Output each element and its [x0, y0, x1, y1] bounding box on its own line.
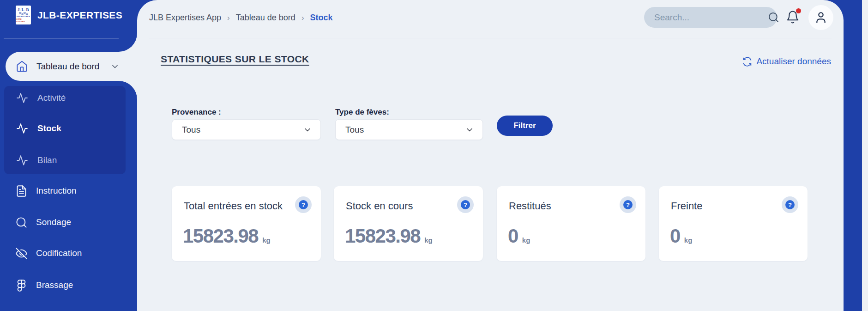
chevron-down-icon — [303, 125, 312, 134]
help-icon[interactable]: ? — [295, 196, 312, 213]
brand-logo-text: J·L·B — [18, 7, 29, 12]
stat-unit: kg — [262, 236, 271, 244]
breadcrumb: JLB Expertises App › Tableau de bord › S… — [149, 13, 333, 23]
home-icon — [16, 60, 28, 73]
user-menu-button[interactable] — [808, 5, 833, 30]
sidebar-submenu: Activité Stock Bilan — [4, 86, 126, 174]
refresh-data-label: Actualiser données — [756, 56, 831, 67]
provenance-label: Provenance : — [172, 108, 221, 117]
app-root: J·L·B EXPERTISES CÔTE D'IVOIRE JLB-EXPER… — [0, 0, 868, 311]
sidebar-item-label: Instruction — [36, 186, 77, 196]
brand-logo: J·L·B EXPERTISES CÔTE D'IVOIRE — [16, 6, 31, 24]
bean-type-label: Type de fèves: — [335, 108, 389, 117]
sidebar-item-label: Activité — [37, 93, 66, 103]
breadcrumb-section[interactable]: Tableau de bord — [236, 13, 295, 23]
help-icon[interactable]: ? — [620, 196, 636, 213]
stat-card-restitues: Restitués ? 0 kg — [497, 186, 645, 261]
sidebar: J·L·B EXPERTISES CÔTE D'IVOIRE JLB-EXPER… — [0, 0, 137, 311]
brand-logo-subtext: EXPERTISES — [17, 15, 30, 18]
app-shell: J·L·B EXPERTISES CÔTE D'IVOIRE JLB-EXPER… — [0, 0, 862, 311]
sidebar-item-activite[interactable]: Activité — [4, 91, 126, 104]
provenance-value: Tous — [182, 125, 200, 135]
page-title: STATISTIQUES SUR LE STOCK — [161, 54, 309, 65]
activity-icon — [16, 122, 28, 134]
breadcrumb-current: Stock — [310, 13, 333, 23]
sidebar-item-label: Codification — [36, 248, 82, 258]
active-curve-top — [119, 33, 137, 52]
stat-card-stock-en-cours: Stock en cours ? 15823.98 kg — [334, 186, 483, 261]
stat-value: 15823.98 — [345, 225, 420, 247]
stat-value: 15823.98 — [183, 225, 258, 247]
chevron-down-icon — [465, 125, 474, 134]
activity-icon — [16, 92, 28, 104]
sidebar-item-tableau-de-bord[interactable]: Tableau de bord — [6, 52, 137, 81]
breadcrumb-separator: › — [301, 13, 304, 23]
chevron-down-icon — [110, 62, 120, 71]
sidebar-item-stock[interactable]: Stock — [4, 122, 126, 135]
sidebar-divider — [4, 38, 133, 39]
search-icon[interactable] — [767, 11, 780, 24]
stat-unit: kg — [684, 236, 693, 244]
stat-card-total-entrees: Total entrées en stock ? 15823.98 kg — [172, 186, 321, 261]
stat-value: 0 — [508, 225, 518, 247]
sidebar-item-codification[interactable]: Codification — [0, 246, 137, 260]
stat-value-row: 0 kg — [670, 225, 692, 247]
notification-badge — [796, 8, 801, 13]
sidebar-item-brassage[interactable]: Brassage — [0, 278, 137, 292]
stat-unit: kg — [522, 236, 530, 244]
breadcrumb-separator: › — [227, 13, 230, 23]
sidebar-item-sondage[interactable]: Sondage — [0, 215, 137, 229]
search-bar — [644, 7, 777, 28]
header-divider — [149, 38, 832, 38]
brand-logo-subtext2: CÔTE D'IVOIRE — [16, 18, 30, 23]
stat-unit: kg — [424, 236, 433, 244]
magnifier-icon — [15, 216, 28, 229]
stat-card-title: Total entrées en stock — [184, 200, 283, 212]
sidebar-item-label: Brassage — [36, 280, 73, 290]
search-input[interactable] — [644, 12, 767, 23]
stat-card-title: Freinte — [671, 200, 702, 212]
filter-button[interactable]: Filtrer — [497, 116, 553, 136]
bean-type-value: Tous — [345, 125, 364, 135]
breadcrumb-app[interactable]: JLB Expertises App — [149, 13, 221, 23]
sidebar-item-bilan[interactable]: Bilan — [4, 154, 126, 167]
stat-card-freinte: Freinte ? 0 kg — [659, 186, 808, 261]
refresh-icon — [742, 57, 752, 67]
stat-value: 0 — [670, 225, 680, 247]
user-icon — [814, 10, 828, 25]
file-text-icon — [15, 185, 28, 197]
eye-off-icon — [15, 247, 28, 260]
notifications-button[interactable] — [786, 10, 801, 25]
stat-value-row: 0 kg — [508, 225, 530, 247]
brand-name: JLB-EXPERTISES — [37, 10, 122, 21]
logo-waves-icon — [18, 12, 29, 15]
stat-card-title: Stock en cours — [346, 200, 413, 212]
sidebar-item-label: Bilan — [37, 155, 57, 165]
content-panel: JLB Expertises App › Tableau de bord › S… — [137, 0, 844, 311]
sidebar-item-label: Sondage — [36, 217, 71, 227]
sidebar-item-instruction[interactable]: Instruction — [0, 184, 137, 198]
stat-value-row: 15823.98 kg — [183, 225, 271, 247]
provenance-select[interactable]: Tous — [172, 119, 321, 140]
sidebar-item-label: Stock — [37, 123, 61, 134]
brassage-icon — [15, 279, 28, 292]
brand: J·L·B EXPERTISES CÔTE D'IVOIRE JLB-EXPER… — [16, 6, 122, 24]
refresh-data-link[interactable]: Actualiser données — [742, 56, 831, 67]
stat-value-row: 15823.98 kg — [345, 225, 433, 247]
stat-card-title: Restitués — [509, 200, 551, 212]
bean-type-select[interactable]: Tous — [335, 119, 483, 140]
help-icon[interactable]: ? — [457, 196, 474, 213]
sidebar-item-label: Tableau de bord — [36, 61, 99, 72]
activity-icon — [16, 154, 28, 166]
help-icon[interactable]: ? — [782, 196, 798, 213]
